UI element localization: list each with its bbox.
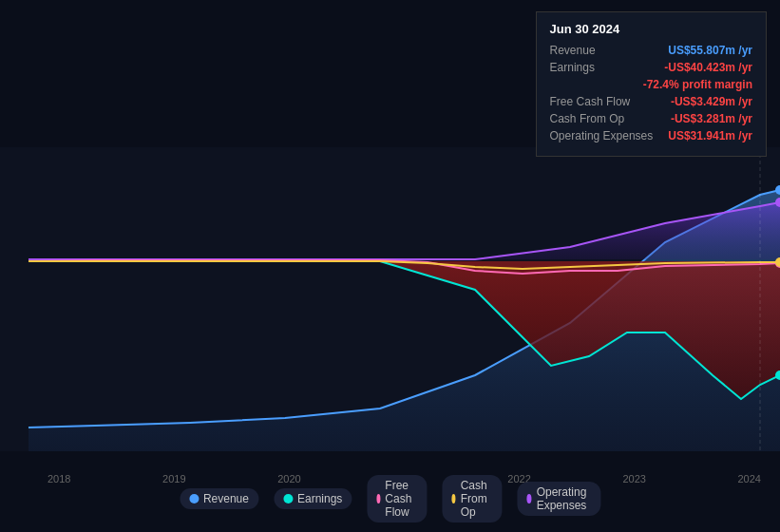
legend-earnings-dot <box>283 494 293 504</box>
legend-fcf-label: Free Cash Flow <box>385 479 417 519</box>
tooltip-revenue-value: US$55.807m /yr <box>668 44 752 57</box>
legend-revenue-label: Revenue <box>203 492 249 505</box>
legend-opex[interactable]: Operating Expenses <box>517 482 600 516</box>
x-label-2018: 2018 <box>48 473 70 484</box>
legend-cashfromop-dot <box>451 494 455 504</box>
tooltip-earnings-value: -US$40.423m /yr <box>664 61 752 74</box>
tooltip-fcf-value: -US$3.429m /yr <box>671 95 752 108</box>
legend-fcf-dot <box>376 494 380 504</box>
tooltip-date: Jun 30 2024 <box>550 22 752 36</box>
x-label-2023: 2023 <box>622 473 645 484</box>
tooltip-earnings-label: Earnings <box>550 61 595 74</box>
chart-svg <box>0 147 780 451</box>
tooltip-panel: Jun 30 2024 Revenue US$55.807m /yr Earni… <box>536 11 767 157</box>
tooltip-opex-row: Operating Expenses US$31.941m /yr <box>550 129 752 142</box>
legend-cashfromop-label: Cash From Op <box>461 479 493 519</box>
tooltip-earnings-row: Earnings -US$40.423m /yr <box>550 61 752 74</box>
legend-earnings[interactable]: Earnings <box>274 488 352 509</box>
tooltip-cashfromop-row: Cash From Op -US$3.281m /yr <box>550 112 752 125</box>
legend-cashfromop[interactable]: Cash From Op <box>442 475 502 522</box>
legend-earnings-label: Earnings <box>297 492 342 505</box>
tooltip-cashfromop-value: -US$3.281m /yr <box>671 112 752 125</box>
tooltip-revenue-row: Revenue US$55.807m /yr <box>550 44 752 57</box>
legend-opex-label: Operating Expenses <box>537 485 591 512</box>
legend-revenue[interactable]: Revenue <box>180 488 258 509</box>
legend-fcf[interactable]: Free Cash Flow <box>367 475 427 522</box>
chart-legend: Revenue Earnings Free Cash Flow Cash Fro… <box>180 475 600 522</box>
tooltip-opex-value: US$31.941m /yr <box>668 129 752 142</box>
tooltip-revenue-label: Revenue <box>550 44 596 57</box>
tooltip-opex-label: Operating Expenses <box>550 129 654 142</box>
legend-opex-dot <box>526 494 531 504</box>
tooltip-margin: -72.4% profit margin <box>550 78 752 91</box>
tooltip-fcf-label: Free Cash Flow <box>550 95 631 108</box>
tooltip-fcf-row: Free Cash Flow -US$3.429m /yr <box>550 95 752 108</box>
tooltip-cashfromop-label: Cash From Op <box>550 112 625 125</box>
legend-revenue-dot <box>189 494 199 504</box>
x-label-2024: 2024 <box>737 473 760 484</box>
